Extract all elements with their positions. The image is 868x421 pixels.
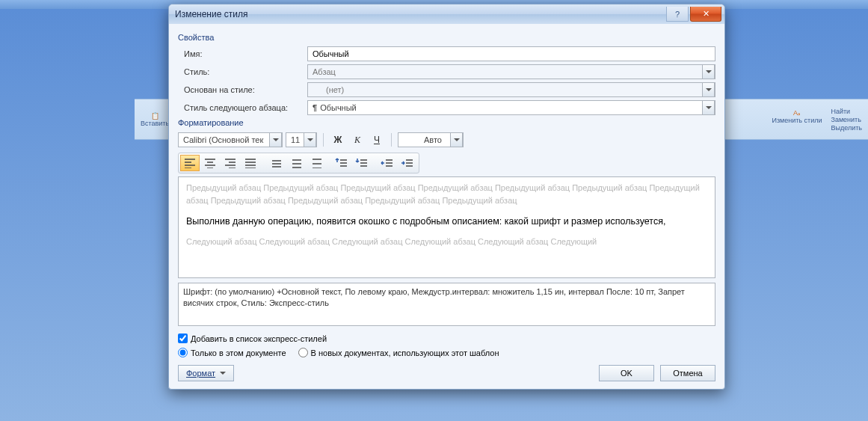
indent-increase-icon xyxy=(401,158,414,168)
name-label: Имя: xyxy=(178,49,301,58)
space-before-inc-icon xyxy=(335,158,348,168)
align-justify-icon xyxy=(244,158,257,168)
chevron-down-icon[interactable] xyxy=(450,132,463,147)
ok-button[interactable]: OK xyxy=(599,365,654,381)
close-button[interactable]: ✕ xyxy=(690,7,721,22)
style-type-label: Стиль: xyxy=(178,67,301,76)
add-to-quick-styles-checkbox[interactable] xyxy=(178,334,188,343)
properties-section-label: Свойства xyxy=(178,33,715,42)
toolbar-separator xyxy=(323,133,324,147)
ribbon-select[interactable]: Выделить xyxy=(831,124,862,132)
chevron-down-icon[interactable] xyxy=(269,132,282,147)
space-before-dec-icon xyxy=(355,158,369,168)
next-style-value: Обычный xyxy=(320,103,357,112)
next-style-label: Стиль следующего абзаца: xyxy=(178,103,301,112)
format-menu-label: Формат xyxy=(186,369,215,378)
align-center-icon xyxy=(203,158,217,168)
formatting-section-label: Форматирование xyxy=(178,118,715,127)
ribbon-replace[interactable]: Заменить xyxy=(831,116,862,123)
ribbon-paste-label: Вставить xyxy=(141,120,169,127)
style-type-value: Абзац xyxy=(313,67,336,76)
ribbon-find[interactable]: Найти xyxy=(831,108,862,115)
next-style-dropdown[interactable]: ¶ Обычный xyxy=(307,100,715,115)
align-left-button[interactable] xyxy=(180,155,200,171)
preview-next-text: Следующий абзац Следующий абзац Следующи… xyxy=(186,236,707,248)
ribbon-change-styles[interactable]: Aₐ Изменить стили xyxy=(769,108,825,132)
help-icon: ? xyxy=(675,10,680,19)
pilcrow-icon: ¶ xyxy=(313,103,317,112)
indent-decrease-icon xyxy=(381,158,394,168)
font-family-dropdown[interactable]: Calibri (Основной тек xyxy=(178,132,283,147)
chevron-down-icon[interactable] xyxy=(702,82,715,97)
align-justify-button[interactable] xyxy=(241,155,260,171)
dialog-title: Изменение стиля xyxy=(175,9,247,19)
indent-increase-button[interactable] xyxy=(398,155,417,171)
style-description-text: Шрифт: (по умолчанию) +Основной текст, П… xyxy=(183,287,685,307)
underline-button[interactable]: Ч xyxy=(369,132,385,148)
style-description-box: Шрифт: (по умолчанию) +Основной текст, П… xyxy=(178,283,715,326)
space-before-inc-button[interactable] xyxy=(332,155,351,171)
style-name-input[interactable] xyxy=(307,46,715,61)
preview-previous-text: Предыдущий абзац Предыдущий абзац Предыд… xyxy=(186,182,707,207)
align-center-button[interactable] xyxy=(200,155,220,171)
new-documents-radio[interactable] xyxy=(298,348,308,357)
style-preview-box: Предыдущий абзац Предыдущий абзац Предыд… xyxy=(178,176,715,278)
bold-button[interactable]: Ж xyxy=(330,132,346,148)
italic-button[interactable]: К xyxy=(349,132,366,148)
new-documents-label[interactable]: В новых документах, использующих этот ша… xyxy=(311,348,499,357)
line-spacing-2-icon xyxy=(310,158,323,168)
toolbar-separator xyxy=(391,133,392,147)
modify-style-dialog: Изменение стиля ? ✕ Свойства Имя: Стиль:… xyxy=(168,4,725,390)
close-icon: ✕ xyxy=(703,9,710,19)
chevron-down-icon xyxy=(702,64,715,79)
font-size-value: 11 xyxy=(291,135,300,144)
line-spacing-1-icon xyxy=(269,158,283,168)
space-before-dec-button[interactable] xyxy=(352,155,372,171)
line-spacing-15-icon xyxy=(289,158,303,168)
based-on-label: Основан на стиле: xyxy=(178,85,301,94)
font-size-dropdown[interactable]: 11 xyxy=(286,132,317,147)
help-button[interactable]: ? xyxy=(666,7,689,22)
line-spacing-2-button[interactable] xyxy=(307,155,326,171)
add-to-quick-styles-label[interactable]: Добавить в список экспресс-стилей xyxy=(191,334,327,343)
ribbon-paste[interactable]: 📋 Вставить xyxy=(138,111,172,129)
paste-icon: 📋 xyxy=(151,112,159,120)
indent-decrease-button[interactable] xyxy=(378,155,397,171)
only-this-document-radio[interactable] xyxy=(178,348,188,357)
chevron-down-icon[interactable] xyxy=(304,132,316,147)
style-type-dropdown: Абзац xyxy=(307,64,715,79)
chevron-down-icon xyxy=(220,372,226,378)
align-right-button[interactable] xyxy=(221,155,240,171)
line-spacing-1-button[interactable] xyxy=(266,155,286,171)
format-menu-button[interactable]: Формат xyxy=(178,365,234,381)
preview-sample-text: Выполнив данную операцию, появится окошк… xyxy=(186,215,707,228)
based-on-value: (нет) xyxy=(313,85,344,94)
font-family-value: Calibri (Основной тек xyxy=(183,135,263,144)
chevron-down-icon[interactable] xyxy=(702,100,715,115)
font-color-dropdown[interactable]: Авто xyxy=(398,132,464,147)
based-on-dropdown[interactable]: (нет) xyxy=(307,82,715,97)
align-right-icon xyxy=(224,158,237,168)
align-left-icon xyxy=(183,158,197,168)
line-spacing-15-button[interactable] xyxy=(286,155,306,171)
styles-icon: Aₐ xyxy=(793,109,801,117)
dialog-titlebar[interactable]: Изменение стиля ? ✕ xyxy=(169,4,724,24)
ribbon-change-styles-label: Изменить стили xyxy=(772,117,822,124)
only-this-document-label[interactable]: Только в этом документе xyxy=(191,348,286,357)
cancel-button[interactable]: Отмена xyxy=(660,365,715,381)
